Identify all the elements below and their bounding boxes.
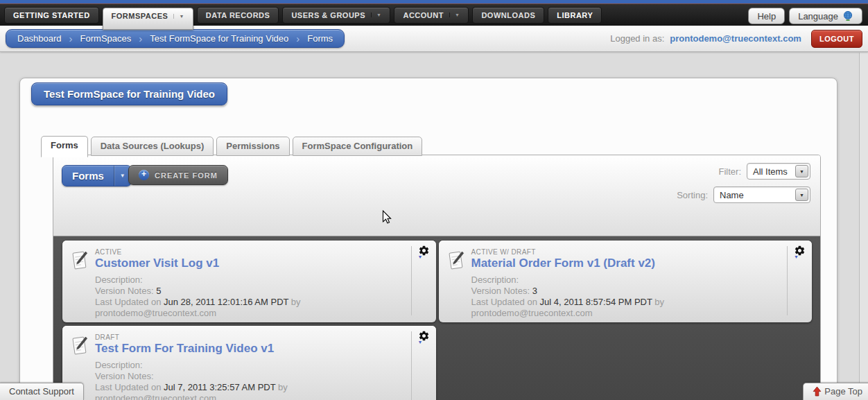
contact-support-button[interactable]: Contact Support bbox=[0, 383, 84, 400]
form-card-list: ACTIVE Customer Visit Log v1 Description… bbox=[53, 236, 820, 400]
form-updated-line: Last Updated on Jul 4, 2011 8:57:54 PM P… bbox=[471, 297, 665, 308]
form-document-icon bbox=[447, 250, 465, 272]
chevron-down-icon[interactable]: ▼ bbox=[418, 340, 423, 345]
language-button[interactable]: Language bbox=[789, 8, 862, 24]
main-navbar: GETTING STARTED FORMSPACES▼ DATA RECORDS… bbox=[0, 4, 868, 26]
forms-menu-label: Forms bbox=[62, 166, 114, 186]
nav-data-records[interactable]: DATA RECORDS bbox=[197, 7, 279, 24]
form-updated-by: prontodemo@truecontext.com bbox=[95, 308, 301, 319]
breadcrumb-formspace-name[interactable]: Test FormSpace for Training Video bbox=[150, 33, 288, 44]
language-label: Language bbox=[798, 11, 838, 21]
nav-label: USERS & GROUPS bbox=[291, 11, 365, 19]
chevron-down-icon[interactable]: ▼ bbox=[173, 14, 184, 19]
version-notes-label: Version Notes: bbox=[95, 371, 154, 381]
sorting-control: Sorting: Name ▼ bbox=[677, 186, 810, 203]
form-updated-by: prontodemo@truecontext.com bbox=[471, 308, 665, 319]
breadcrumb-dashboard[interactable]: Dashboard bbox=[17, 33, 62, 44]
chevron-right-icon: › bbox=[139, 33, 142, 44]
updated-label: Last Updated on bbox=[95, 297, 161, 307]
tab-forms[interactable]: Forms bbox=[41, 136, 88, 157]
chevron-down-icon[interactable]: ▼ bbox=[371, 12, 381, 17]
logout-button[interactable]: LOGOUT bbox=[811, 30, 862, 48]
form-title-link[interactable]: Test Form For Training Video v1 bbox=[95, 342, 288, 356]
nav-getting-started[interactable]: GETTING STARTED bbox=[4, 7, 99, 24]
updated-date: Jul 7, 2011 3:25:57 AM PDT bbox=[164, 382, 275, 392]
nav-right-group: Help Language bbox=[748, 8, 862, 24]
form-version-notes-line: Version Notes: bbox=[95, 371, 288, 382]
form-description-line: Description: bbox=[471, 275, 665, 286]
breadcrumb-forms[interactable]: Forms bbox=[307, 33, 333, 44]
form-version-notes-line: Version Notes: 5 bbox=[95, 286, 301, 297]
chevron-down-icon[interactable]: ▼ bbox=[795, 165, 808, 177]
tab-data-sources[interactable]: Data Sources (Lookups) bbox=[91, 137, 214, 156]
scrollbar-track[interactable] bbox=[859, 53, 868, 400]
filter-control: Filter: All Items ▼ bbox=[719, 163, 811, 180]
form-card-body: ACTIVE W/ DRAFT Material Order Form v1 (… bbox=[471, 248, 665, 322]
plus-icon: + bbox=[139, 170, 149, 180]
nav-account[interactable]: ACCOUNT▼ bbox=[394, 7, 469, 24]
create-form-button[interactable]: + CREATE FORM bbox=[128, 165, 228, 185]
page-title: Test FormSpace for Training Video bbox=[31, 82, 227, 105]
description-label: Description: bbox=[95, 275, 143, 285]
page-top-label: Page Top bbox=[824, 386, 862, 397]
form-card-body: DRAFT Test Form For Training Video v1 De… bbox=[95, 333, 288, 400]
form-card-body: ACTIVE Customer Visit Log v1 Description… bbox=[95, 248, 301, 322]
form-actions-column: ▼ bbox=[787, 246, 812, 315]
form-title-link[interactable]: Material Order Form v1 (Draft v2) bbox=[471, 256, 665, 270]
forms-tab-panel: Forms ▼ + CREATE FORM Filter: All Items … bbox=[53, 155, 821, 400]
form-card-material-order-form[interactable]: ACTIVE W/ DRAFT Material Order Form v1 (… bbox=[439, 241, 813, 322]
by-label: by bbox=[278, 382, 288, 392]
by-label: by bbox=[654, 297, 664, 307]
form-actions-column: ▼ bbox=[411, 246, 436, 315]
by-label: by bbox=[291, 297, 301, 307]
tab-permissions[interactable]: Permissions bbox=[216, 137, 289, 156]
nav-library[interactable]: LIBRARY bbox=[548, 7, 602, 24]
breadcrumb-formspaces[interactable]: FormSpaces bbox=[80, 33, 132, 44]
session-info: Logged in as: prontodemo@truecontext.com… bbox=[610, 30, 862, 48]
form-status-badge: ACTIVE bbox=[95, 248, 301, 256]
forms-menu-button[interactable]: Forms ▼ bbox=[62, 165, 132, 186]
contact-support-label: Contact Support bbox=[9, 386, 74, 397]
form-status-badge: DRAFT bbox=[95, 333, 288, 341]
chevron-down-icon[interactable]: ▼ bbox=[795, 189, 808, 201]
updated-label: Last Updated on bbox=[95, 382, 161, 392]
formspace-panel: Test FormSpace for Training Video Forms … bbox=[19, 78, 837, 400]
page-top-button[interactable]: Page Top bbox=[803, 383, 868, 400]
help-label: Help bbox=[757, 11, 776, 21]
filter-value: All Items bbox=[747, 166, 794, 177]
form-document-icon bbox=[71, 335, 89, 357]
tab-formspace-configuration[interactable]: FormSpace Configuration bbox=[293, 137, 423, 156]
form-description-line: Description: bbox=[95, 275, 301, 286]
help-button[interactable]: Help bbox=[748, 8, 785, 24]
nav-label: DATA RECORDS bbox=[206, 11, 270, 19]
forms-toolbar: Forms ▼ + CREATE FORM Filter: All Items … bbox=[53, 155, 820, 236]
sorting-value: Name bbox=[714, 190, 794, 200]
nav-label: DOWNLOADS bbox=[481, 11, 535, 19]
version-notes-label: Version Notes: bbox=[95, 286, 154, 296]
globe-icon bbox=[842, 10, 853, 21]
chevron-right-icon: › bbox=[296, 33, 300, 44]
sorting-select[interactable]: Name ▼ bbox=[713, 186, 810, 203]
form-version-notes-line: Version Notes: 3 bbox=[471, 286, 665, 297]
user-email-link[interactable]: prontodemo@truecontext.com bbox=[670, 33, 801, 44]
form-card-customer-visit-log[interactable]: ACTIVE Customer Visit Log v1 Description… bbox=[62, 241, 436, 322]
filter-label: Filter: bbox=[719, 166, 742, 177]
nav-label: FORMSPACES bbox=[112, 12, 168, 20]
form-status-badge: ACTIVE W/ DRAFT bbox=[471, 248, 665, 256]
chevron-down-icon[interactable]: ▼ bbox=[418, 254, 423, 259]
logged-in-label: Logged in as: bbox=[610, 33, 664, 44]
form-updated-line: Last Updated on Jun 28, 2011 12:01:16 AM… bbox=[95, 297, 301, 308]
nav-formspaces[interactable]: FORMSPACES▼ bbox=[103, 8, 193, 30]
version-notes-label: Version Notes: bbox=[471, 286, 530, 296]
chevron-down-icon[interactable]: ▼ bbox=[794, 254, 799, 259]
nav-users-groups[interactable]: USERS & GROUPS▼ bbox=[282, 7, 390, 24]
filter-select[interactable]: All Items ▼ bbox=[747, 163, 810, 180]
nav-downloads[interactable]: DOWNLOADS bbox=[472, 7, 544, 24]
form-document-icon bbox=[71, 250, 89, 272]
form-updated-by: prontodemo@truecontext.com bbox=[95, 393, 288, 400]
form-card-test-form-training-video[interactable]: DRAFT Test Form For Training Video v1 De… bbox=[62, 326, 436, 400]
description-label: Description: bbox=[471, 275, 519, 285]
chevron-down-icon[interactable]: ▼ bbox=[449, 12, 460, 17]
updated-label: Last Updated on bbox=[471, 297, 537, 307]
form-title-link[interactable]: Customer Visit Log v1 bbox=[95, 256, 301, 270]
